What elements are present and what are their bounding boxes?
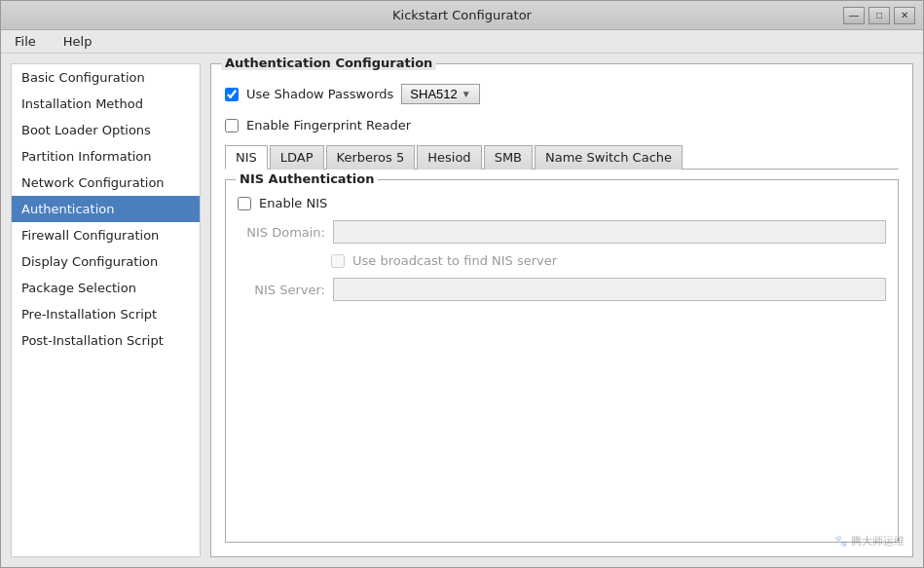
close-button[interactable]: ✕: [894, 7, 915, 24]
nis-server-input[interactable]: [333, 278, 886, 301]
fingerprint-checkbox[interactable]: [225, 119, 239, 133]
nis-domain-row: NIS Domain:: [238, 220, 886, 244]
fingerprint-label: Enable Fingerprint Reader: [246, 118, 411, 133]
window-controls: — □ ✕: [843, 7, 915, 24]
menu-help[interactable]: Help: [57, 32, 98, 51]
nis-server-row: NIS Server:: [238, 278, 886, 301]
tab-name-switch-cache[interactable]: Name Switch Cache: [535, 145, 683, 170]
sha-dropdown-button[interactable]: SHA512 ▼: [401, 84, 479, 104]
sidebar-item-authentication[interactable]: Authentication: [12, 196, 200, 222]
broadcast-row: Use broadcast to find NIS server: [238, 253, 886, 268]
sidebar: Basic Configuration Installation Method …: [11, 63, 201, 557]
shadow-passwords-row: Use Shadow Passwords SHA512 ▼: [225, 84, 899, 104]
sha-dropdown-arrow-icon: ▼: [462, 89, 471, 99]
nis-domain-label: NIS Domain:: [238, 225, 325, 240]
nis-group-title: NIS Authentication: [236, 171, 378, 186]
auth-config-title: Authentication Configuration: [221, 56, 436, 70]
sidebar-item-network-configuration[interactable]: Network Configuration: [12, 170, 200, 196]
sidebar-item-boot-loader-options[interactable]: Boot Loader Options: [12, 117, 200, 143]
sidebar-item-basic-configuration[interactable]: Basic Configuration: [12, 64, 200, 91]
sha-dropdown-value: SHA512: [410, 87, 457, 101]
main-panel: Authentication Configuration Use Shadow …: [210, 63, 913, 557]
sidebar-item-partition-information[interactable]: Partition Information: [12, 143, 200, 170]
content-area: Basic Configuration Installation Method …: [1, 54, 923, 567]
sidebar-item-pre-installation-script[interactable]: Pre-Installation Script: [12, 301, 200, 327]
enable-nis-checkbox[interactable]: [238, 197, 251, 210]
title-bar: Kickstart Configurator — □ ✕: [1, 1, 923, 30]
minimize-button[interactable]: —: [843, 7, 865, 24]
sidebar-item-installation-method[interactable]: Installation Method: [12, 91, 200, 117]
fingerprint-row: Enable Fingerprint Reader: [225, 118, 899, 133]
tab-kerberos5[interactable]: Kerberos 5: [326, 145, 416, 170]
sidebar-item-display-configuration[interactable]: Display Configuration: [12, 248, 200, 275]
nis-server-label: NIS Server:: [238, 283, 325, 297]
broadcast-checkbox[interactable]: [331, 254, 345, 268]
menubar: File Help: [1, 30, 923, 54]
tab-smb[interactable]: SMB: [484, 145, 533, 170]
tab-hesiod[interactable]: Hesiod: [417, 145, 481, 170]
shadow-passwords-label: Use Shadow Passwords: [246, 87, 393, 101]
nis-group: NIS Authentication Enable NIS NIS Domain…: [225, 179, 899, 543]
main-window: Kickstart Configurator — □ ✕ File Help B…: [0, 0, 924, 568]
broadcast-label: Use broadcast to find NIS server: [352, 253, 557, 268]
window-title: Kickstart Configurator: [392, 8, 532, 22]
nis-domain-input[interactable]: [333, 220, 886, 244]
menu-file[interactable]: File: [9, 32, 42, 51]
shadow-passwords-checkbox[interactable]: [225, 88, 239, 101]
tab-ldap[interactable]: LDAP: [270, 145, 324, 170]
tab-nis[interactable]: NIS: [225, 145, 268, 170]
sidebar-item-post-installation-script[interactable]: Post-Installation Script: [12, 327, 200, 354]
auth-config-group: Authentication Configuration Use Shadow …: [210, 63, 913, 557]
sidebar-item-firewall-configuration[interactable]: Firewall Configuration: [12, 222, 200, 248]
auth-tabs: NIS LDAP Kerberos 5 Hesiod SMB Name Swit…: [225, 144, 899, 170]
enable-nis-row: Enable NIS: [238, 196, 886, 210]
watermark: 🐾 腾大师运维: [834, 534, 906, 549]
enable-nis-label: Enable NIS: [259, 196, 327, 210]
maximize-button[interactable]: □: [869, 7, 890, 24]
sidebar-item-package-selection[interactable]: Package Selection: [12, 275, 200, 301]
